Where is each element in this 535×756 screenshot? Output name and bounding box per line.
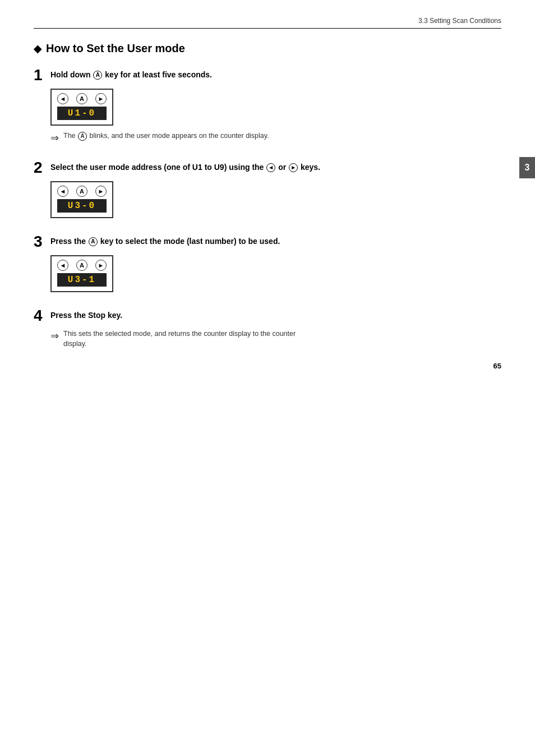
step-3-header: 3 Press the A key to select the mode (la… xyxy=(34,234,501,250)
step-4-header: 4 Press the Stop key. xyxy=(34,308,501,324)
step-2-header: 2 Select the user mode address (one of U… xyxy=(34,160,501,176)
step-1-lcd-screen: U1-0 xyxy=(57,107,107,120)
step-1-lcd-frame: ◄ A ► U1-0 xyxy=(50,89,113,126)
step-1-note-text: The A blinks, and the user mode appears … xyxy=(63,131,269,141)
circle-a-note-1: A xyxy=(78,132,87,141)
step-4-note-text: This sets the selected mode, and returns… xyxy=(63,329,296,349)
step-3-lcd-buttons: ◄ A ► xyxy=(57,260,107,271)
step-1-block: 1 Hold down A key for at least five seco… xyxy=(34,67,501,144)
step-3-number: 3 xyxy=(34,234,46,250)
lcd-btn-a-2: A xyxy=(76,186,87,197)
step-1-header: 1 Hold down A key for at least five seco… xyxy=(34,67,501,83)
step-2-text: Select the user mode address (one of U1 … xyxy=(50,160,320,173)
step-2-lcd-buttons: ◄ A ► xyxy=(57,186,107,197)
step-2-lcd-screen: U3-0 xyxy=(57,199,107,213)
section-tab: 3 xyxy=(519,157,535,178)
lcd-btn-a-3: A xyxy=(76,260,87,271)
step-3-block: 3 Press the A key to select the mode (la… xyxy=(34,234,501,292)
circle-a-3: A xyxy=(89,237,98,246)
step-4-text: Press the Stop key. xyxy=(50,308,122,321)
step-1-lcd-buttons: ◄ A ► xyxy=(57,93,107,104)
step-3-lcd-frame: ◄ A ► U3-1 xyxy=(50,255,113,292)
page-number: 65 xyxy=(494,362,501,370)
main-heading: ◆ How to Set the User mode xyxy=(34,42,501,55)
step-4-block: 4 Press the Stop key. ⇒ This sets the se… xyxy=(34,308,501,349)
step-1-number: 1 xyxy=(34,67,46,83)
lcd-btn-left-3: ◄ xyxy=(57,260,68,271)
diamond-icon: ◆ xyxy=(34,43,41,55)
step-1-note: ⇒ The A blinks, and the user mode appear… xyxy=(50,131,501,144)
lcd-btn-right-3: ► xyxy=(95,260,107,271)
lcd-btn-right-1: ► xyxy=(95,93,107,104)
page-container: 3.3 Setting Scan Conditions 3 ◆ How to S… xyxy=(0,0,535,387)
main-heading-text: How to Set the User mode xyxy=(46,42,185,55)
circle-right-2: ► xyxy=(289,163,298,172)
step-3-text: Press the A key to select the mode (last… xyxy=(50,234,280,247)
step-3-lcd-screen: U3-1 xyxy=(57,273,107,287)
step-2-lcd-container: ◄ A ► U3-0 xyxy=(50,181,501,218)
step-2-lcd-frame: ◄ A ► U3-0 xyxy=(50,181,113,218)
circle-a-1: A xyxy=(93,71,102,80)
step-4-arrow: ⇒ xyxy=(50,330,59,342)
step-2-block: 2 Select the user mode address (one of U… xyxy=(34,160,501,218)
lcd-btn-left-2: ◄ xyxy=(57,186,68,197)
page-header: 3.3 Setting Scan Conditions xyxy=(34,17,501,29)
step-3-lcd-container: ◄ A ► U3-1 xyxy=(50,255,501,292)
lcd-btn-a-1: A xyxy=(76,93,87,104)
header-title: 3.3 Setting Scan Conditions xyxy=(418,17,501,25)
lcd-btn-right-2: ► xyxy=(95,186,107,197)
step-2-number: 2 xyxy=(34,160,46,176)
step-4-note: ⇒ This sets the selected mode, and retur… xyxy=(50,329,501,349)
circle-left-2: ◄ xyxy=(266,163,275,172)
step-4-number: 4 xyxy=(34,308,46,324)
step-1-lcd-container: ◄ A ► U1-0 xyxy=(50,89,501,126)
step-1-text: Hold down A key for at least five second… xyxy=(50,67,212,81)
step-1-arrow: ⇒ xyxy=(50,132,59,144)
lcd-btn-left-1: ◄ xyxy=(57,93,68,104)
